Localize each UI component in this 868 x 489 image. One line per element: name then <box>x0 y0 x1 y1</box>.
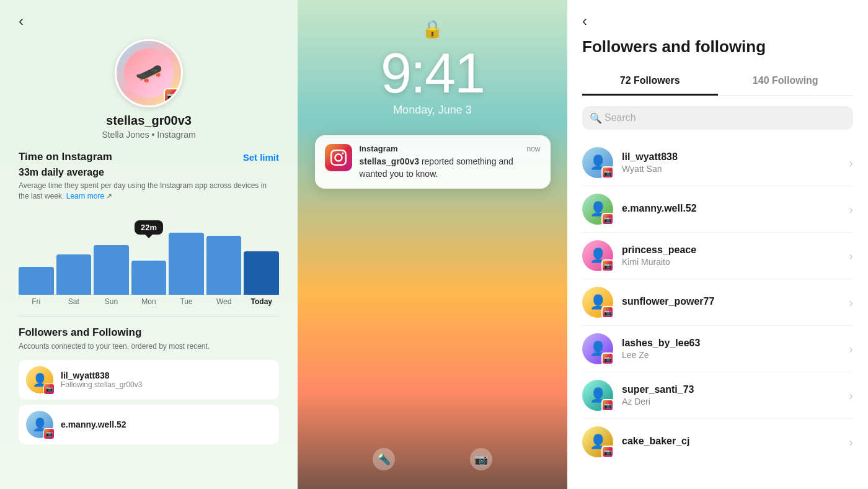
follower-username: sunflower_power77 <box>622 296 849 307</box>
chevron-right-icon: › <box>849 156 853 170</box>
label-fri: Fri <box>19 297 54 306</box>
follower-info: cake_baker_cj <box>622 436 849 448</box>
notification-time: now <box>526 145 540 153</box>
follower-info: sunflower_power77 <box>622 296 849 308</box>
list-item[interactable]: 👤 📷 princess_peace Kimi Muraito › <box>582 233 853 279</box>
follower-username: lil_wyatt838 <box>61 370 272 380</box>
left-panel: ‹ 🛹 📷 stellas_gr00v3 Stella Jones • Inst… <box>0 0 298 489</box>
phone-bottom-bar: 🔦 📷 <box>298 436 567 489</box>
tab-followers[interactable]: 72 Followers <box>582 68 718 96</box>
instagram-badge-icon: 📷 <box>601 352 614 365</box>
right-back-button[interactable]: ‹ <box>582 12 587 30</box>
camera-icon[interactable]: 📷 <box>470 448 492 470</box>
follower-realname: Kimi Muraito <box>622 257 849 267</box>
time-section-title: Time on Instagram <box>19 151 112 163</box>
notification-username: stellas_gr00v3 <box>360 156 420 166</box>
search-input[interactable] <box>582 106 853 130</box>
instagram-badge-icon: 📷 <box>164 88 180 104</box>
follower-realname: Wyatt San <box>622 164 849 174</box>
right-panel-title: Followers and following <box>582 37 853 56</box>
profile-fullname: Stella Jones • Instagram <box>102 130 195 140</box>
tab-following[interactable]: 140 Following <box>718 68 854 96</box>
right-panel: ‹ Followers and following 72 Followers 1… <box>567 0 868 489</box>
learn-more-link[interactable]: Learn more <box>66 192 104 200</box>
followers-description: Accounts connected to your teen, ordered… <box>19 341 279 352</box>
bar-sat <box>56 254 92 295</box>
list-item[interactable]: 👤 📷 e.manny.well.52 <box>19 405 279 444</box>
list-item[interactable]: 👤 📷 cake_baker_cj › <box>582 419 853 465</box>
instagram-badge-icon: 📷 <box>601 259 614 272</box>
avatar: 👤 📷 <box>582 240 613 271</box>
label-mon: Mon <box>131 297 167 306</box>
notification-header: Instagram now <box>360 144 541 153</box>
notification-app-icon <box>325 144 352 171</box>
follower-info: lil_wyatt838 Following stellas_gr00v3 <box>61 370 272 389</box>
avatar: 👤 📷 <box>26 411 53 438</box>
profile-username: stellas_gr00v3 <box>106 114 192 128</box>
chevron-right-icon: › <box>849 295 853 310</box>
follower-username: e.manny.well.52 <box>622 203 849 214</box>
chart-labels: Fri Sat Sun Mon Tue Wed Today <box>19 297 279 306</box>
avatar: 👤 📷 <box>582 380 613 411</box>
phone-date: Monday, June 3 <box>393 104 472 117</box>
follower-subtext: Following stellas_gr00v3 <box>61 380 272 389</box>
label-today: Today <box>244 297 279 306</box>
lock-icon: 🔒 <box>422 19 443 39</box>
chevron-right-icon: › <box>849 342 853 356</box>
instagram-badge-icon: 📷 <box>601 399 614 411</box>
instagram-badge-icon: 📷 <box>43 384 55 395</box>
daily-average-label: 33m daily average <box>19 167 279 178</box>
bar-wed <box>206 236 242 295</box>
bar-tue <box>169 233 204 295</box>
follower-info: e.manny.well.52 <box>622 203 849 215</box>
avatar: 👤 📷 <box>582 147 613 178</box>
profile-section: 🛹 📷 stellas_gr00v3 Stella Jones • Instag… <box>19 39 279 140</box>
avatar: 👤 📷 <box>26 366 53 393</box>
chevron-right-icon: › <box>849 202 853 217</box>
follower-info: lashes_by_lee63 Lee Ze <box>622 338 849 360</box>
bar-fri <box>19 267 54 295</box>
follower-realname: Az Deri <box>622 397 849 406</box>
avatar: 👤 📷 <box>582 287 613 318</box>
list-item[interactable]: 👤 📷 e.manny.well.52 › <box>582 186 853 233</box>
label-wed: Wed <box>206 297 242 306</box>
instagram-badge-icon: 📷 <box>601 166 614 179</box>
avatar: 🛹 📷 <box>115 39 183 107</box>
phone-screen: 🔒 9:41 Monday, June 3 Instagram now stel… <box>298 0 567 489</box>
list-item[interactable]: 👤 📷 super_santi_73 Az Deri › <box>582 372 853 419</box>
notification-content: Instagram now stellas_gr00v3 reported so… <box>360 144 541 180</box>
follower-username: lil_wyatt838 <box>622 151 849 163</box>
follower-username: cake_baker_cj <box>622 436 849 447</box>
notification-app-name: Instagram <box>360 144 398 153</box>
label-sat: Sat <box>56 297 92 306</box>
list-item[interactable]: 👤 📷 sunflower_power77 › <box>582 279 853 326</box>
left-back-button[interactable]: ‹ <box>19 12 24 30</box>
avatar: 👤 📷 <box>582 194 613 225</box>
follower-info: e.manny.well.52 <box>61 419 272 429</box>
search-icon: 🔍 <box>590 112 602 124</box>
followers-section-title: Followers and Following <box>19 326 279 339</box>
bar-mon <box>131 261 167 295</box>
instagram-badge-icon: 📷 <box>43 428 55 439</box>
instagram-badge-icon: 📷 <box>601 213 614 225</box>
chevron-right-icon: › <box>849 249 853 263</box>
list-item[interactable]: 👤 📷 lil_wyatt838 Wyatt San › <box>582 140 853 186</box>
time-section-header: Time on Instagram Set limit <box>19 151 279 163</box>
usage-chart: 22m Fri Sat Sun Mon Tue Wed Today <box>19 220 279 306</box>
follower-realname: Lee Ze <box>622 350 849 360</box>
tabs-container: 72 Followers 140 Following <box>582 68 853 96</box>
avatar: 👤 📷 <box>582 333 613 364</box>
list-item[interactable]: 👤 📷 lil_wyatt838 Following stellas_gr00v… <box>19 360 279 400</box>
middle-panel: 🔒 9:41 Monday, June 3 Instagram now stel… <box>298 0 567 489</box>
divider <box>19 316 279 316</box>
instagram-badge-icon: 📷 <box>601 446 614 458</box>
set-limit-button[interactable]: Set limit <box>243 152 279 163</box>
notification-text: stellas_gr00v3 reported something and wa… <box>360 156 541 180</box>
follower-info: princess_peace Kimi Muraito <box>622 244 849 267</box>
bar-today <box>244 251 279 295</box>
chevron-right-icon: › <box>849 435 853 449</box>
flashlight-icon[interactable]: 🔦 <box>373 448 395 470</box>
list-item[interactable]: 👤 📷 lashes_by_lee63 Lee Ze › <box>582 326 853 372</box>
label-sun: Sun <box>94 297 129 306</box>
label-tue: Tue <box>169 297 204 306</box>
